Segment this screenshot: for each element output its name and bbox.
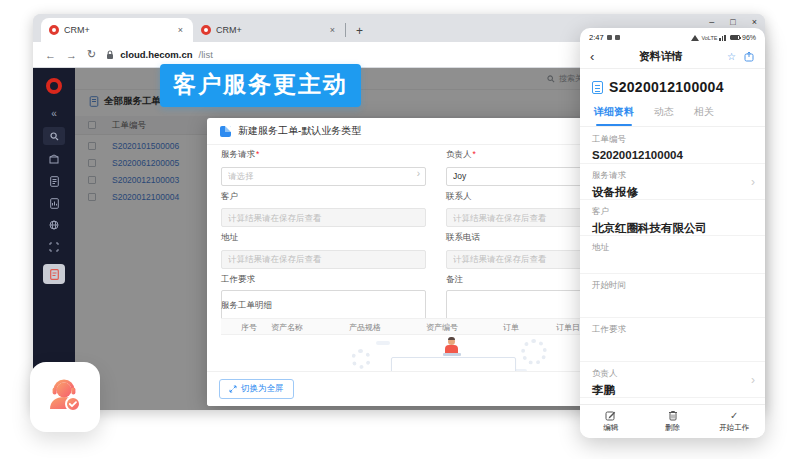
browser-tab-1[interactable]: CRM+ × (41, 18, 193, 42)
gear-icon (521, 339, 547, 365)
chevron-right-icon: › (751, 373, 755, 387)
sidebar-service-active-icon[interactable] (43, 264, 65, 284)
phone-page-title: 资料详情 (594, 49, 727, 64)
start-work-action[interactable]: ✓ 开始工作 (703, 405, 765, 438)
action-label: 开始工作 (719, 423, 749, 433)
back-icon[interactable]: ← (45, 49, 56, 61)
modal-title: 新建服务工单-默认业务类型 (238, 124, 361, 138)
sidebar-document-icon[interactable] (43, 173, 65, 189)
sidebar-company-icon[interactable] (43, 151, 65, 167)
promo-banner: 客户服务更主动 (160, 64, 361, 107)
record-id: S2020012100004 (609, 79, 724, 95)
forward-icon[interactable]: → (66, 49, 77, 61)
crm-favicon (201, 25, 211, 35)
notification-icon (615, 35, 620, 40)
tab-related[interactable]: 相关 (694, 105, 714, 126)
field-label: 工作要求 (592, 324, 753, 336)
field-label: 地址 (221, 232, 426, 244)
crm-favicon (49, 25, 59, 35)
favorite-star-icon[interactable]: ☆ (727, 51, 736, 62)
tab-activity[interactable]: 动态 (654, 105, 674, 126)
battery-icon (730, 35, 740, 41)
field-service-request: 服务请求 › (221, 149, 426, 186)
sidebar-report-icon[interactable] (43, 195, 65, 211)
field-address: 地址 (580, 236, 765, 274)
address-input (221, 250, 426, 269)
app-sidebar: « (33, 68, 75, 410)
padlock-icon (106, 50, 114, 60)
field-start-time: 开始时间 (580, 274, 765, 318)
customer-service-card[interactable] (30, 362, 100, 432)
service-request-select[interactable] (221, 167, 426, 186)
window-controls: – □ × (709, 17, 757, 27)
tab-close-icon[interactable]: × (176, 25, 185, 35)
url-box[interactable]: cloud.hecom.cn/list (106, 49, 213, 60)
delete-action[interactable]: 删除 (642, 405, 704, 438)
minimize-icon[interactable]: – (709, 17, 714, 27)
field-address: 地址 (221, 232, 426, 269)
signal-icon (719, 35, 726, 41)
tab-detail[interactable]: 详细资料 (594, 105, 634, 126)
close-icon[interactable]: × (752, 17, 757, 27)
field-value: S2020012100004 (592, 149, 753, 161)
field-label: 工作要求 (221, 274, 426, 286)
url-host: cloud.hecom.cn (120, 49, 192, 60)
phone-field-list: 工单编号 S2020012100004 服务请求 设备报修 › 客户 北京红圈科… (580, 128, 765, 404)
field-owner[interactable]: 负责人 李鹏 › (580, 362, 765, 398)
tab-close-icon[interactable]: × (328, 25, 337, 35)
tab-title: CRM+ (64, 25, 171, 35)
chevron-right-icon: › (751, 175, 755, 189)
phone-tabs: 详细资料 动态 相关 (580, 103, 765, 127)
phone-panel: 2:47 VoLTE 96% ‹ 资料详情 ☆ S2020012100004 详… (580, 28, 765, 438)
trash-icon (668, 410, 678, 421)
hecom-logo-icon (46, 78, 62, 94)
phone-nav-bar: ‹ 资料详情 ☆ (580, 44, 765, 69)
sidebar-collapse-icon[interactable]: « (43, 105, 65, 121)
sidebar-search-icon[interactable] (43, 127, 65, 145)
col-spec: 产品规格 (349, 322, 381, 333)
sidebar-globe-icon[interactable] (43, 217, 65, 233)
field-value: 李鹏 (592, 383, 753, 398)
phone-status-bar: 2:47 VoLTE 96% (580, 28, 765, 44)
field-label: 负责人 (592, 368, 753, 380)
field-customer: 客户 北京红圈科技有限公司 (580, 200, 765, 236)
field-work-req: 工作要求 (580, 318, 765, 362)
share-icon[interactable] (744, 51, 755, 62)
gear-icon (351, 349, 371, 369)
col-asset-name: 资产名称 (271, 322, 303, 333)
sitting-person-illustration (443, 337, 461, 357)
url-path: /list (199, 49, 213, 60)
cloud-shape (376, 341, 390, 345)
edit-icon (605, 410, 616, 421)
field-label: 地址 (592, 242, 753, 254)
action-label: 编辑 (603, 423, 618, 433)
status-time: 2:47 (589, 33, 604, 42)
field-label: 服务请求 (221, 149, 426, 161)
col-asset-no: 资产编号 (426, 322, 458, 333)
field-label: 服务请求 (592, 170, 753, 182)
wifi-icon (691, 35, 699, 41)
field-order-no: 工单编号 S2020012100004 (580, 128, 765, 164)
field-value: 设备报修 (592, 185, 753, 200)
maximize-icon[interactable]: □ (730, 17, 735, 27)
record-title-row: S2020012100004 (580, 69, 765, 103)
battery-percent: 96% (742, 34, 756, 41)
new-tab-button[interactable]: + (346, 24, 373, 42)
field-label: 开始时间 (592, 280, 753, 292)
headset-agent-icon (44, 376, 86, 418)
col-index: 序号 (241, 322, 257, 333)
fullscreen-toggle-button[interactable]: 切换为全屏 (219, 379, 294, 399)
notification-icon (607, 35, 612, 40)
browser-tab-2[interactable]: CRM+ × (193, 18, 345, 42)
reload-icon[interactable]: ↻ (87, 48, 96, 61)
fullscreen-icon (229, 385, 237, 393)
chevron-right-icon: › (417, 168, 420, 179)
field-value: 北京红圈科技有限公司 (592, 221, 753, 236)
field-service-request[interactable]: 服务请求 设备报修 › (580, 164, 765, 200)
tab-title: CRM+ (216, 25, 323, 35)
phone-action-bar: 编辑 删除 ✓ 开始工作 (580, 404, 765, 438)
customer-input (221, 208, 426, 227)
edit-action[interactable]: 编辑 (580, 405, 642, 438)
field-customer: 客户 (221, 191, 426, 228)
sidebar-expand-icon[interactable] (43, 239, 65, 255)
